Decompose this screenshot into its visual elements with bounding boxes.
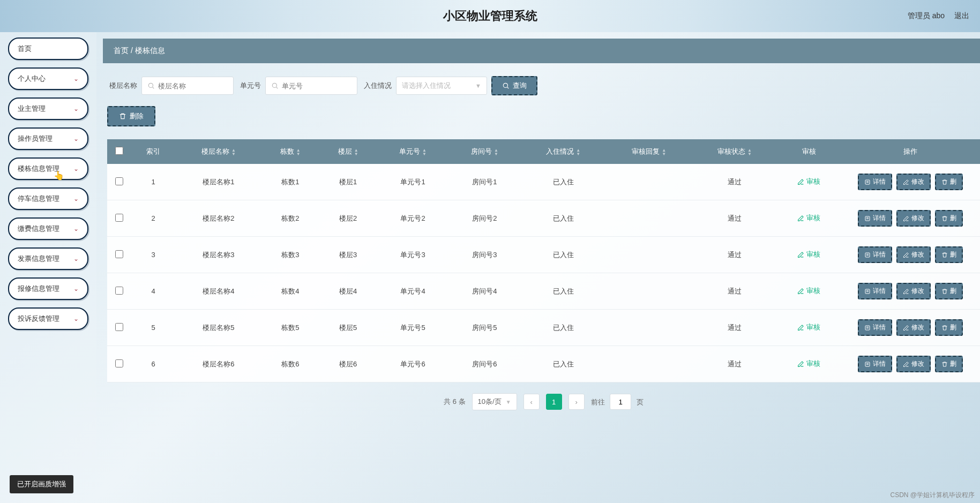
sidebar-item-3[interactable]: 操作员管理⌄ xyxy=(8,127,88,150)
header: 小区物业管理系统 管理员 abo 退出 xyxy=(0,0,980,32)
sidebar-item-6[interactable]: 缴费信息管理⌄ xyxy=(8,217,88,240)
edit-button[interactable]: 修改 xyxy=(896,210,931,227)
sidebar-item-4[interactable]: 楼栋信息管理⌄ xyxy=(8,157,88,180)
sort-icon[interactable]: ▲▼ xyxy=(494,148,498,156)
cell-room: 房间号5 xyxy=(448,310,520,346)
edit-button[interactable]: 修改 xyxy=(896,319,931,336)
row-checkbox[interactable] xyxy=(115,214,123,222)
detail-button[interactable]: 详情 xyxy=(858,283,892,299)
sidebar-item-label: 个人中心 xyxy=(18,74,46,84)
detail-button[interactable]: 详情 xyxy=(858,356,892,372)
row-delete-button[interactable]: 删 xyxy=(935,319,963,336)
row-checkbox[interactable] xyxy=(115,177,123,185)
row-delete-button[interactable]: 删 xyxy=(935,210,963,227)
col-status: 入住情况▲▼ xyxy=(520,139,606,164)
filter-status-select[interactable]: 请选择入住情况 ▼ xyxy=(396,77,487,95)
sidebar-item-1[interactable]: 个人中心⌄ xyxy=(8,67,88,90)
sort-icon[interactable]: ▲▼ xyxy=(422,148,427,156)
sidebar-item-8[interactable]: 报修信息管理⌄ xyxy=(8,277,88,300)
breadcrumb-current: 楼栋信息 xyxy=(135,46,165,55)
cell-floor: 楼层6 xyxy=(319,346,377,382)
sort-icon[interactable]: ▲▼ xyxy=(576,148,580,156)
cell-room: 房间号1 xyxy=(448,164,520,200)
sidebar-item-label: 首页 xyxy=(18,44,32,54)
page-current[interactable]: 1 xyxy=(546,394,562,410)
cell-unit: 单元号4 xyxy=(377,273,449,310)
audit-link[interactable]: 审核 xyxy=(797,286,820,296)
cell-unit: 单元号5 xyxy=(377,310,449,346)
user-label[interactable]: 管理员 abo xyxy=(908,11,945,21)
edit-button[interactable]: 修改 xyxy=(896,246,931,263)
cell-index: 4 xyxy=(131,273,176,310)
filter-unit-input-wrap[interactable] xyxy=(265,77,357,95)
query-button[interactable]: 查询 xyxy=(491,76,537,95)
edit-button[interactable]: 修改 xyxy=(896,356,931,372)
filter-floor-input[interactable] xyxy=(158,82,228,90)
cell-building: 栋数1 xyxy=(261,164,319,200)
sort-icon[interactable]: ▲▼ xyxy=(231,148,236,156)
chevron-down-icon: ⌄ xyxy=(73,135,79,142)
cell-audit-status: 通过 xyxy=(692,346,777,382)
row-delete-button[interactable]: 删 xyxy=(935,283,963,299)
col-building: 栋数▲▼ xyxy=(261,139,319,164)
detail-button[interactable]: 详情 xyxy=(858,246,892,263)
page-next[interactable]: › xyxy=(568,394,585,410)
audit-link[interactable]: 审核 xyxy=(797,177,820,186)
page-size-select[interactable]: 10条/页 ▼ xyxy=(472,393,517,410)
sidebar-item-9[interactable]: 投诉反馈管理⌄ xyxy=(8,307,88,330)
cell-reply xyxy=(606,200,692,237)
edit-button[interactable]: 修改 xyxy=(896,174,931,190)
row-checkbox[interactable] xyxy=(115,250,123,258)
table-row: 4楼层名称4栋数4楼层4单元号4房间号4已入住通过审核详情修改删 xyxy=(107,273,980,310)
detail-button[interactable]: 详情 xyxy=(858,174,892,190)
cell-audit-status: 通过 xyxy=(692,310,777,346)
sort-icon[interactable]: ▲▼ xyxy=(662,148,666,156)
page-jump-input[interactable] xyxy=(610,394,631,410)
row-delete-button[interactable]: 删 xyxy=(935,174,963,190)
select-all-checkbox[interactable] xyxy=(115,147,123,155)
row-delete-button[interactable]: 删 xyxy=(935,356,963,372)
svg-point-4 xyxy=(503,83,507,87)
row-checkbox[interactable] xyxy=(115,287,123,295)
logout-link[interactable]: 退出 xyxy=(954,11,969,21)
audit-link[interactable]: 审核 xyxy=(797,322,820,332)
search-icon xyxy=(271,82,279,89)
row-checkbox[interactable] xyxy=(115,359,123,367)
delete-button[interactable]: 删除 xyxy=(107,106,155,126)
cell-floor-name: 楼层名称1 xyxy=(176,164,261,200)
audit-link[interactable]: 审核 xyxy=(797,359,820,369)
col-reply: 审核回复▲▼ xyxy=(606,139,692,164)
cell-unit: 单元号6 xyxy=(377,346,449,382)
chevron-down-icon: ⌄ xyxy=(73,105,79,112)
svg-line-3 xyxy=(276,87,278,89)
sidebar-item-5[interactable]: 停车信息管理⌄ xyxy=(8,187,88,210)
filter-unit-input[interactable] xyxy=(282,82,351,90)
sidebar-item-0[interactable]: 首页 xyxy=(8,37,88,60)
detail-button[interactable]: 详情 xyxy=(858,319,892,336)
sidebar-item-7[interactable]: 发票信息管理⌄ xyxy=(8,247,88,270)
cell-reply xyxy=(606,273,692,310)
detail-button[interactable]: 详情 xyxy=(858,210,892,227)
row-delete-button[interactable]: 删 xyxy=(935,246,963,263)
cell-audit-status: 通过 xyxy=(692,237,777,273)
cell-audit-status: 通过 xyxy=(692,164,777,200)
cell-room: 房间号2 xyxy=(448,200,520,237)
breadcrumb-home[interactable]: 首页 xyxy=(114,46,129,55)
sort-icon[interactable]: ▲▼ xyxy=(296,148,301,156)
sort-icon[interactable]: ▲▼ xyxy=(354,148,358,156)
cell-status: 已入住 xyxy=(520,310,606,346)
data-table: 索引 楼层名称▲▼ 栋数▲▼ 楼层▲▼ 单元号▲▼ 房间号▲▼ 入住情况▲▼ 审… xyxy=(107,139,980,382)
svg-point-2 xyxy=(272,83,276,87)
edit-button[interactable]: 修改 xyxy=(896,283,931,299)
sort-icon[interactable]: ▲▼ xyxy=(747,148,752,156)
audit-link[interactable]: 审核 xyxy=(797,250,820,259)
row-checkbox[interactable] xyxy=(115,323,123,331)
table-row: 2楼层名称2栋数2楼层2单元号2房间号2已入住通过审核详情修改删 xyxy=(107,200,980,237)
cell-reply xyxy=(606,237,692,273)
audit-link[interactable]: 审核 xyxy=(797,213,820,223)
sidebar-item-2[interactable]: 业主管理⌄ xyxy=(8,97,88,120)
cell-reply xyxy=(606,310,692,346)
page-prev[interactable]: ‹ xyxy=(523,394,540,410)
search-icon xyxy=(502,82,510,89)
filter-floor-input-wrap[interactable] xyxy=(141,77,234,95)
